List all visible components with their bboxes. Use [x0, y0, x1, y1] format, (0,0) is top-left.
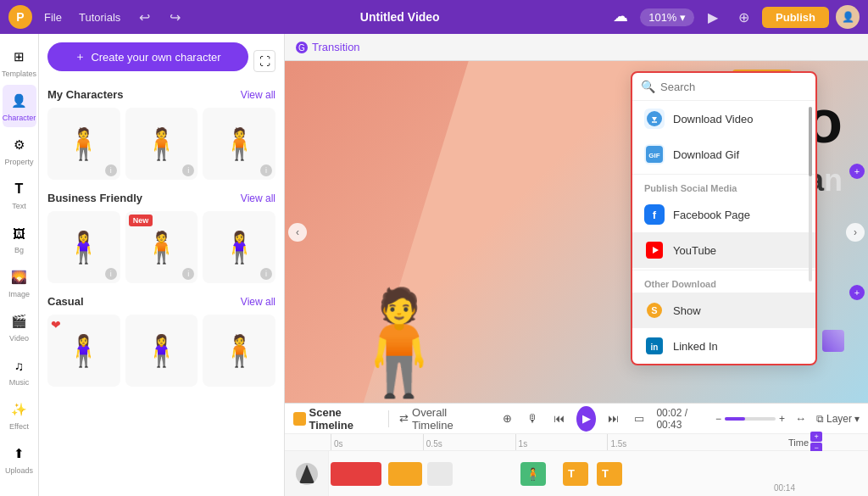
expand-panel-button[interactable]: ⛶: [253, 50, 275, 72]
overall-timeline-icon: ⇄: [399, 412, 409, 425]
redo-button[interactable]: ↪: [163, 5, 186, 29]
canvas-add-top[interactable]: +: [849, 164, 865, 179]
layer-button[interactable]: ⧉ Layer ▾: [816, 413, 860, 425]
character-label: Character: [3, 114, 36, 122]
casual-section: Casual View all: [47, 295, 275, 308]
app-logo[interactable]: P: [8, 5, 32, 29]
dropdown-scrollbar[interactable]: [809, 107, 812, 281]
char-info-6: i: [260, 268, 272, 280]
speed-control[interactable]: − +: [715, 413, 785, 425]
text-icon: T: [8, 178, 31, 200]
svg-text:S: S: [651, 305, 657, 315]
canvas-add-bottom[interactable]: +: [849, 285, 865, 300]
business-view-all[interactable]: View all: [241, 192, 275, 204]
more-icon: ···: [8, 487, 31, 496]
skip-back-btn[interactable]: ⏮: [550, 410, 568, 426]
sidebar-item-text[interactable]: T Text: [3, 173, 36, 215]
menu-file[interactable]: File: [39, 11, 67, 24]
sidebar-item-music[interactable]: ♫ Music: [3, 349, 36, 392]
timeline-time-controls: + −: [810, 432, 822, 453]
youtube-item[interactable]: YouTube: [632, 232, 815, 268]
adjust-icon-btn[interactable]: ⊕: [499, 410, 515, 426]
menu-tutorials[interactable]: Tutorials: [74, 11, 125, 24]
scene-timeline-label: Scene Timeline: [293, 406, 381, 432]
video-label: Video: [9, 334, 29, 343]
char-card-7[interactable]: ❤ 🧍‍♀️: [47, 315, 120, 387]
char-card-9[interactable]: 🧍: [203, 315, 275, 387]
resize-btn[interactable]: ↔: [792, 410, 810, 426]
user-avatar[interactable]: 👤: [836, 5, 860, 29]
char-card-3[interactable]: 🧍 i: [203, 108, 275, 180]
time-add-btn[interactable]: +: [810, 432, 822, 442]
undo-icon: ↩: [139, 9, 150, 25]
create-character-button[interactable]: ＋ Create your own character: [47, 42, 248, 71]
char-card-1[interactable]: 🧍 i: [47, 108, 120, 180]
heart-badge-7: ❤: [51, 318, 61, 332]
sidebar-item-property[interactable]: ⚙ Property: [3, 129, 36, 171]
clip-char-1[interactable]: 🧍: [520, 462, 546, 486]
clip-text-t1[interactable]: T: [563, 462, 588, 486]
bg-icon: 🖼: [8, 222, 31, 244]
download-gif-item[interactable]: GIF Download Gif: [632, 137, 815, 172]
timeline-divider-1: [388, 410, 389, 427]
clip-text-t2[interactable]: T: [597, 462, 622, 486]
layer-dropdown-icon: ▾: [854, 413, 860, 425]
document-title[interactable]: Untitled Video: [193, 10, 606, 24]
sidebar-item-more[interactable]: ··· More: [3, 482, 36, 496]
play-button[interactable]: ▶: [576, 406, 596, 432]
linkedin-item[interactable]: in Linked In: [632, 328, 815, 364]
download-video-icon: [644, 109, 665, 129]
char-card-2[interactable]: 🧍 i: [125, 108, 198, 180]
sidebar-item-character[interactable]: 👤 Character: [3, 85, 36, 127]
canvas-nav-left[interactable]: ‹: [288, 223, 307, 242]
download-gif-icon: GIF: [644, 144, 665, 164]
sidebar-item-bg[interactable]: 🖼 Bg: [3, 217, 36, 259]
clip-peach-1[interactable]: [388, 462, 422, 486]
ruler-0-5s: 0.5s: [423, 434, 515, 450]
plus-icon: +: [779, 413, 785, 425]
sidebar-item-image[interactable]: 🌄 Image: [3, 261, 36, 304]
share-button[interactable]: ⊕: [732, 5, 755, 29]
my-characters-title: My Characters: [47, 88, 124, 101]
undo-button[interactable]: ↩: [132, 5, 156, 29]
char-card-5[interactable]: New 🧍 i: [125, 211, 198, 283]
casual-chars-grid: ❤ 🧍‍♀️ 🧍‍♀️ 🧍: [47, 315, 275, 387]
sidebar-item-templates[interactable]: ⊞ Templates: [3, 41, 36, 83]
cloud-save-icon[interactable]: ☁: [613, 7, 633, 27]
publish-button[interactable]: Publish: [762, 7, 829, 28]
char-card-4[interactable]: 🧍‍♀️ i: [47, 211, 120, 283]
sidebar-item-effect[interactable]: ✨ Effect: [3, 393, 36, 436]
svg-text:G: G: [298, 43, 305, 53]
property-label: Property: [4, 158, 33, 166]
total-time: 00:43: [656, 419, 682, 431]
dropdown-search-bar: 🔍: [632, 73, 815, 101]
logo-text: P: [16, 10, 24, 24]
char-card-8[interactable]: 🧍‍♀️: [125, 315, 198, 387]
dropdown-scrollbar-thumb: [809, 107, 812, 176]
search-icon: 🔍: [641, 80, 655, 93]
show-icon: S: [644, 300, 665, 320]
mic-btn[interactable]: 🎙: [524, 410, 542, 426]
canvas-right-tools: +: [849, 164, 865, 179]
canvas-character-figure: 🧍: [336, 283, 463, 403]
sidebar-item-video[interactable]: 🎬 Video: [3, 305, 36, 348]
zoom-control[interactable]: 101% ▾: [640, 8, 694, 26]
download-video-item[interactable]: Download Video: [632, 101, 815, 137]
show-item[interactable]: S Show: [632, 293, 815, 328]
skip-forward-btn[interactable]: ⏭: [604, 410, 622, 426]
templates-icon: ⊞: [8, 46, 31, 68]
canvas-nav-right[interactable]: ›: [846, 223, 865, 242]
divider-1: [632, 174, 815, 175]
sidebar-item-uploads[interactable]: ⬆ Uploads: [3, 437, 36, 480]
layer-label: Layer: [826, 413, 852, 425]
facebook-item[interactable]: f Facebook Page: [632, 197, 815, 232]
casual-view-all[interactable]: View all: [241, 296, 275, 308]
dropdown-search-input[interactable]: [660, 81, 807, 93]
overall-timeline-btn[interactable]: ⇄ Overall Timeline: [396, 404, 486, 433]
speed-slider[interactable]: [725, 417, 776, 421]
my-characters-view-all[interactable]: View all: [241, 89, 275, 101]
preview-button[interactable]: ▶: [701, 5, 725, 29]
clip-red-1[interactable]: [331, 462, 381, 486]
caption-btn[interactable]: ▭: [631, 410, 648, 426]
char-card-6[interactable]: 🧍‍♀️ i: [203, 211, 275, 283]
